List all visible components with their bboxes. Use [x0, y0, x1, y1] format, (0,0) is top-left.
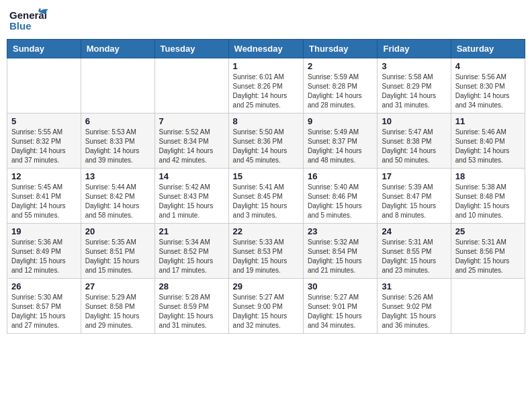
day-number: 12 — [11, 171, 77, 181]
calendar-cell: 31Sunrise: 5:26 AM Sunset: 9:02 PM Dayli… — [378, 279, 451, 334]
calendar-cell — [7, 58, 81, 113]
calendar-cell: 18Sunrise: 5:38 AM Sunset: 8:48 PM Dayli… — [451, 169, 525, 224]
day-info: Sunrise: 5:32 AM Sunset: 8:54 PM Dayligh… — [308, 238, 373, 275]
calendar-week-3: 12Sunrise: 5:45 AM Sunset: 8:41 PM Dayli… — [7, 169, 525, 224]
calendar-cell: 24Sunrise: 5:31 AM Sunset: 8:55 PM Dayli… — [378, 224, 451, 279]
weekday-header-thursday: Thursday — [304, 40, 378, 58]
day-info: Sunrise: 5:33 AM Sunset: 8:53 PM Dayligh… — [233, 238, 299, 275]
day-info: Sunrise: 5:36 AM Sunset: 8:49 PM Dayligh… — [11, 238, 77, 275]
day-number: 9 — [308, 116, 373, 126]
day-info: Sunrise: 5:27 AM Sunset: 9:00 PM Dayligh… — [233, 293, 299, 330]
day-number: 20 — [85, 226, 150, 236]
day-number: 17 — [382, 171, 446, 181]
day-number: 31 — [382, 281, 446, 291]
calendar-cell: 10Sunrise: 5:47 AM Sunset: 8:38 PM Dayli… — [378, 113, 451, 169]
day-number: 26 — [11, 281, 77, 291]
day-info: Sunrise: 5:31 AM Sunset: 8:56 PM Dayligh… — [455, 238, 521, 275]
calendar-cell: 25Sunrise: 5:31 AM Sunset: 8:56 PM Dayli… — [451, 224, 525, 279]
day-info: Sunrise: 5:39 AM Sunset: 8:47 PM Dayligh… — [382, 183, 446, 220]
calendar-cell: 9Sunrise: 5:49 AM Sunset: 8:37 PM Daylig… — [304, 113, 378, 169]
calendar-cell: 11Sunrise: 5:46 AM Sunset: 8:40 PM Dayli… — [451, 113, 525, 169]
calendar-cell: 23Sunrise: 5:32 AM Sunset: 8:54 PM Dayli… — [304, 224, 378, 279]
day-number: 5 — [11, 116, 77, 126]
calendar-cell: 20Sunrise: 5:35 AM Sunset: 8:51 PM Dayli… — [81, 224, 154, 279]
weekday-header-saturday: Saturday — [451, 40, 525, 58]
calendar-cell: 4Sunrise: 5:56 AM Sunset: 8:30 PM Daylig… — [451, 58, 525, 113]
day-info: Sunrise: 5:56 AM Sunset: 8:30 PM Dayligh… — [455, 73, 521, 110]
calendar-cell: 7Sunrise: 5:52 AM Sunset: 8:34 PM Daylig… — [154, 113, 228, 169]
day-info: Sunrise: 5:59 AM Sunset: 8:28 PM Dayligh… — [308, 73, 373, 110]
calendar-cell: 30Sunrise: 5:27 AM Sunset: 9:01 PM Dayli… — [304, 279, 378, 334]
day-info: Sunrise: 5:53 AM Sunset: 8:33 PM Dayligh… — [85, 128, 150, 165]
calendar-cell — [81, 58, 154, 113]
day-info: Sunrise: 5:55 AM Sunset: 8:32 PM Dayligh… — [11, 128, 77, 165]
calendar-cell: 15Sunrise: 5:41 AM Sunset: 8:45 PM Dayli… — [228, 169, 303, 224]
calendar-cell: 29Sunrise: 5:27 AM Sunset: 9:00 PM Dayli… — [228, 279, 303, 334]
day-number: 22 — [233, 226, 299, 236]
day-info: Sunrise: 5:49 AM Sunset: 8:37 PM Dayligh… — [308, 128, 373, 165]
calendar-cell: 21Sunrise: 5:34 AM Sunset: 8:52 PM Dayli… — [154, 224, 228, 279]
day-info: Sunrise: 5:35 AM Sunset: 8:51 PM Dayligh… — [85, 238, 150, 275]
day-number: 14 — [159, 171, 224, 181]
weekday-header-sunday: Sunday — [7, 40, 81, 58]
calendar-cell: 27Sunrise: 5:29 AM Sunset: 8:58 PM Dayli… — [81, 279, 154, 334]
day-number: 3 — [382, 61, 446, 71]
day-number: 18 — [455, 171, 521, 181]
day-info: Sunrise: 5:28 AM Sunset: 8:59 PM Dayligh… — [159, 293, 224, 330]
calendar-week-5: 26Sunrise: 5:30 AM Sunset: 8:57 PM Dayli… — [7, 279, 525, 334]
day-number: 4 — [455, 61, 521, 71]
calendar-week-1: 1Sunrise: 6:01 AM Sunset: 8:26 PM Daylig… — [7, 58, 525, 113]
svg-text:Blue: Blue — [9, 20, 32, 32]
calendar-week-4: 19Sunrise: 5:36 AM Sunset: 8:49 PM Dayli… — [7, 224, 525, 279]
day-info: Sunrise: 5:38 AM Sunset: 8:48 PM Dayligh… — [455, 183, 521, 220]
day-number: 16 — [308, 171, 373, 181]
day-info: Sunrise: 5:41 AM Sunset: 8:45 PM Dayligh… — [233, 183, 299, 220]
calendar-cell: 12Sunrise: 5:45 AM Sunset: 8:41 PM Dayli… — [7, 169, 81, 224]
day-info: Sunrise: 5:31 AM Sunset: 8:55 PM Dayligh… — [382, 238, 446, 275]
day-number: 8 — [233, 116, 299, 126]
calendar-cell: 17Sunrise: 5:39 AM Sunset: 8:47 PM Dayli… — [378, 169, 451, 224]
calendar-week-2: 5Sunrise: 5:55 AM Sunset: 8:32 PM Daylig… — [7, 113, 525, 169]
weekday-header-friday: Friday — [378, 40, 451, 58]
calendar-cell: 3Sunrise: 5:58 AM Sunset: 8:29 PM Daylig… — [378, 58, 451, 113]
day-info: Sunrise: 5:45 AM Sunset: 8:41 PM Dayligh… — [11, 183, 77, 220]
day-info: Sunrise: 5:27 AM Sunset: 9:01 PM Dayligh… — [308, 293, 373, 330]
day-number: 13 — [85, 171, 150, 181]
logo-icon: General Blue — [9, 7, 50, 34]
day-number: 23 — [308, 226, 373, 236]
day-number: 7 — [159, 116, 224, 126]
calendar-cell: 8Sunrise: 5:50 AM Sunset: 8:36 PM Daylig… — [228, 113, 303, 169]
calendar-cell: 19Sunrise: 5:36 AM Sunset: 8:49 PM Dayli… — [7, 224, 81, 279]
day-number: 19 — [11, 226, 77, 236]
day-number: 10 — [382, 116, 446, 126]
calendar-cell: 28Sunrise: 5:28 AM Sunset: 8:59 PM Dayli… — [154, 279, 228, 334]
day-info: Sunrise: 6:01 AM Sunset: 8:26 PM Dayligh… — [233, 73, 299, 110]
day-number: 21 — [159, 226, 224, 236]
day-info: Sunrise: 5:47 AM Sunset: 8:38 PM Dayligh… — [382, 128, 446, 165]
calendar-cell — [451, 279, 525, 334]
day-number: 1 — [233, 61, 299, 71]
calendar-cell: 14Sunrise: 5:42 AM Sunset: 8:43 PM Dayli… — [154, 169, 228, 224]
day-number: 25 — [455, 226, 521, 236]
day-number: 29 — [233, 281, 299, 291]
calendar-table: SundayMondayTuesdayWednesdayThursdayFrid… — [7, 39, 525, 334]
weekday-header-tuesday: Tuesday — [154, 40, 228, 58]
day-info: Sunrise: 5:26 AM Sunset: 9:02 PM Dayligh… — [382, 293, 446, 330]
day-info: Sunrise: 5:40 AM Sunset: 8:46 PM Dayligh… — [308, 183, 373, 220]
day-info: Sunrise: 5:58 AM Sunset: 8:29 PM Dayligh… — [382, 73, 446, 110]
day-info: Sunrise: 5:52 AM Sunset: 8:34 PM Dayligh… — [159, 128, 224, 165]
logo: General Blue — [9, 7, 50, 34]
day-number: 30 — [308, 281, 373, 291]
weekday-header-monday: Monday — [81, 40, 154, 58]
day-number: 28 — [159, 281, 224, 291]
day-info: Sunrise: 5:29 AM Sunset: 8:58 PM Dayligh… — [85, 293, 150, 330]
weekday-header-row: SundayMondayTuesdayWednesdayThursdayFrid… — [7, 40, 525, 58]
calendar-cell — [154, 58, 228, 113]
day-number: 6 — [85, 116, 150, 126]
calendar-cell: 1Sunrise: 6:01 AM Sunset: 8:26 PM Daylig… — [228, 58, 303, 113]
calendar-cell: 2Sunrise: 5:59 AM Sunset: 8:28 PM Daylig… — [304, 58, 378, 113]
day-info: Sunrise: 5:30 AM Sunset: 8:57 PM Dayligh… — [11, 293, 77, 330]
page-header: General Blue — [7, 7, 525, 34]
calendar-cell: 13Sunrise: 5:44 AM Sunset: 8:42 PM Dayli… — [81, 169, 154, 224]
calendar-cell: 22Sunrise: 5:33 AM Sunset: 8:53 PM Dayli… — [228, 224, 303, 279]
